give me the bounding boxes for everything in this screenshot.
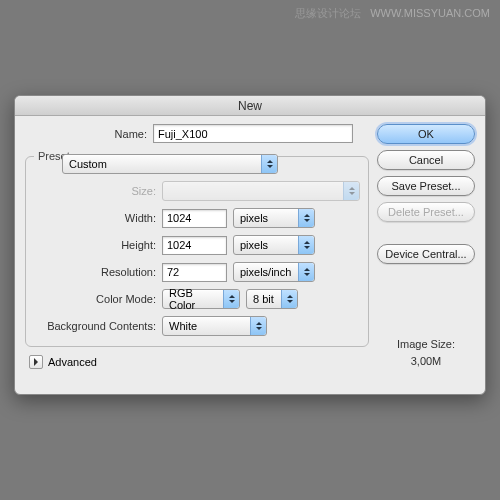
updown-icon bbox=[298, 236, 314, 254]
size-select bbox=[162, 181, 360, 201]
updown-icon bbox=[298, 209, 314, 227]
watermark-url: WWW.MISSYUAN.COM bbox=[370, 7, 490, 19]
name-input[interactable] bbox=[153, 124, 353, 143]
image-size-label: Image Size: bbox=[377, 336, 475, 353]
bg-label: Background Contents: bbox=[34, 320, 162, 332]
resolution-unit-select[interactable]: pixels/inch bbox=[233, 262, 315, 282]
device-central-button[interactable]: Device Central... bbox=[377, 244, 475, 264]
updown-icon bbox=[298, 263, 314, 281]
dialog-title: New bbox=[15, 96, 485, 116]
height-input[interactable] bbox=[162, 236, 227, 255]
watermark: 思缘设计论坛 WWW.MISSYUAN.COM bbox=[295, 6, 490, 21]
watermark-cn: 思缘设计论坛 bbox=[295, 7, 361, 19]
resolution-input[interactable] bbox=[162, 263, 227, 282]
width-label: Width: bbox=[34, 212, 162, 224]
width-unit-select[interactable]: pixels bbox=[233, 208, 315, 228]
image-size-block: Image Size: 3,00M bbox=[377, 336, 475, 369]
resolution-unit: pixels/inch bbox=[240, 266, 291, 278]
delete-preset-button: Delete Preset... bbox=[377, 202, 475, 222]
width-input[interactable] bbox=[162, 209, 227, 228]
height-label: Height: bbox=[34, 239, 162, 251]
advanced-row: Advanced bbox=[25, 355, 369, 369]
cancel-button[interactable]: Cancel bbox=[377, 150, 475, 170]
colormode-value: RGB Color bbox=[169, 287, 221, 311]
bg-select[interactable]: White bbox=[162, 316, 267, 336]
updown-icon bbox=[281, 290, 297, 308]
preset-value: Custom bbox=[69, 158, 107, 170]
advanced-label: Advanced bbox=[48, 356, 97, 368]
colormode-select[interactable]: RGB Color bbox=[162, 289, 240, 309]
height-unit-select[interactable]: pixels bbox=[233, 235, 315, 255]
updown-icon bbox=[223, 290, 239, 308]
resolution-label: Resolution: bbox=[34, 266, 162, 278]
updown-icon bbox=[250, 317, 266, 335]
bitdepth-select[interactable]: 8 bit bbox=[246, 289, 298, 309]
ok-button[interactable]: OK bbox=[377, 124, 475, 144]
new-dialog: New Name: Preset: Custom Size: bbox=[14, 95, 486, 395]
image-size-value: 3,00M bbox=[377, 353, 475, 370]
colormode-label: Color Mode: bbox=[34, 293, 162, 305]
preset-fieldset: Preset: Custom Size: Width: bbox=[25, 150, 369, 347]
save-preset-button[interactable]: Save Preset... bbox=[377, 176, 475, 196]
updown-icon bbox=[261, 155, 277, 173]
disclosure-triangle-icon[interactable] bbox=[29, 355, 43, 369]
bitdepth-value: 8 bit bbox=[253, 293, 274, 305]
width-unit: pixels bbox=[240, 212, 268, 224]
name-label: Name: bbox=[25, 128, 153, 140]
height-unit: pixels bbox=[240, 239, 268, 251]
preset-select[interactable]: Custom bbox=[62, 154, 278, 174]
updown-icon bbox=[343, 182, 359, 200]
size-label: Size: bbox=[34, 185, 162, 197]
bg-value: White bbox=[169, 320, 197, 332]
